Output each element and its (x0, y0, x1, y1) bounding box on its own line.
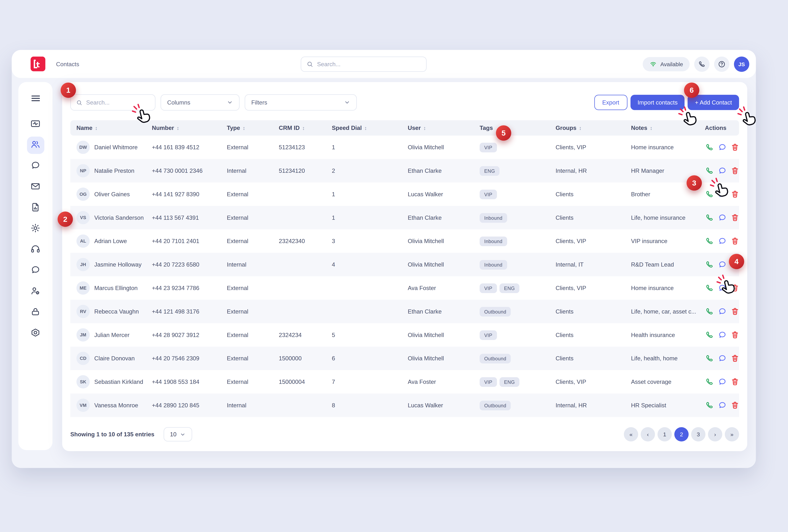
first-page-button[interactable]: « (624, 427, 638, 441)
sidebar-item-messages[interactable] (27, 262, 44, 279)
chat-button[interactable] (718, 236, 727, 245)
sidebar-item-security[interactable] (27, 304, 44, 321)
cell-name: VSVictoria Sanderson (70, 211, 146, 224)
sidebar-item-mail[interactable] (27, 178, 44, 196)
cell-notes: R&D Team Lead (625, 261, 699, 268)
table-header-row: Name↕Number↕Type↕CRM ID↕Speed Dial↕User↕… (70, 120, 739, 136)
call-button[interactable] (705, 166, 714, 175)
sidebar-item-user-management[interactable] (27, 283, 44, 300)
delete-button[interactable] (730, 143, 739, 152)
chat-button[interactable] (718, 166, 727, 175)
table-row[interactable]: JMJulian Mercer+44 28 9027 3912External2… (70, 323, 739, 347)
column-header-groups[interactable]: Groups↕ (549, 125, 625, 131)
last-page-button[interactable]: » (725, 427, 739, 441)
sidebar-item-integrations[interactable] (27, 324, 44, 342)
call-button[interactable] (705, 236, 714, 245)
page-button-1[interactable]: 1 (657, 427, 672, 441)
chat-button[interactable] (718, 283, 727, 292)
call-button[interactable] (705, 283, 714, 292)
chat-button[interactable] (718, 400, 727, 410)
table-row[interactable]: VSVictoria Sanderson+44 113 567 4391Exte… (70, 206, 739, 229)
page-size-select[interactable]: 10 (163, 427, 192, 441)
call-button[interactable] (705, 354, 714, 363)
global-search[interactable] (301, 56, 427, 72)
user-avatar[interactable]: JS (734, 56, 749, 72)
prev-page-button[interactable]: ‹ (641, 427, 655, 441)
dialer-button[interactable] (694, 56, 710, 72)
delete-button[interactable] (730, 354, 739, 363)
table-search-input[interactable] (86, 99, 150, 105)
global-search-input[interactable] (317, 61, 421, 67)
table-row[interactable]: JHJasmine Holloway+44 20 7223 6580Intern… (70, 253, 739, 276)
delete-button[interactable] (730, 283, 739, 292)
page-title: Contacts (56, 61, 79, 67)
filters-dropdown[interactable]: Filters (244, 94, 357, 111)
sidebar-item-reports[interactable] (27, 199, 44, 217)
delete-button[interactable] (730, 307, 739, 316)
table-row[interactable]: OGOliver Gaines+44 141 927 8390External1… (70, 182, 739, 206)
table-row[interactable]: CDClaire Donovan+44 20 7546 2309External… (70, 347, 739, 370)
sidebar-item-chats[interactable] (27, 157, 44, 175)
help-button[interactable] (714, 56, 729, 72)
page-button-3[interactable]: 3 (691, 427, 706, 441)
page-button-2[interactable]: 2 (674, 427, 689, 441)
delete-button[interactable] (730, 236, 739, 245)
delete-button[interactable] (730, 190, 739, 199)
column-header-crm-id[interactable]: CRM ID↕ (273, 125, 326, 131)
chat-button[interactable] (718, 190, 727, 199)
delete-button[interactable] (730, 400, 739, 410)
column-header-type[interactable]: Type↕ (221, 125, 273, 131)
chat-button[interactable] (718, 307, 727, 316)
columns-dropdown[interactable]: Columns (161, 94, 239, 111)
delete-button[interactable] (730, 166, 739, 175)
import-contacts-button[interactable]: Import contacts (630, 95, 685, 110)
table-search[interactable] (70, 94, 155, 111)
table-row[interactable]: MEMarcus Ellington+44 23 9234 7786Extern… (70, 276, 739, 300)
table-row[interactable]: DWDaniel Whitmore+44 161 839 4512Externa… (70, 136, 739, 159)
sidebar-item-support[interactable] (27, 241, 44, 258)
column-header-name[interactable]: Name↕ (70, 125, 146, 131)
wifi-icon (649, 60, 657, 68)
call-button[interactable] (705, 260, 714, 269)
chat-button[interactable] (718, 260, 727, 269)
next-page-button[interactable]: › (708, 427, 722, 441)
availability-status[interactable]: Available (643, 57, 690, 71)
column-header-number[interactable]: Number↕ (146, 125, 221, 131)
table-row[interactable]: NPNatalie Preston+44 730 0001 2346Intern… (70, 159, 739, 182)
delete-button[interactable] (730, 330, 739, 339)
chat-button[interactable] (718, 143, 727, 152)
menu-toggle[interactable] (27, 90, 44, 107)
table-row[interactable]: VMVanessa Monroe+44 2890 120 845Internal… (70, 393, 739, 417)
brand-logo-icon: t (31, 56, 45, 71)
cell-crm-id: 2324234 (273, 332, 326, 338)
cell-actions (699, 330, 739, 339)
call-button[interactable] (705, 143, 714, 152)
call-button[interactable] (705, 330, 714, 339)
sidebar-item-contacts[interactable] (27, 137, 44, 154)
call-button[interactable] (705, 400, 714, 410)
table-row[interactable]: SKSebastian Kirkland+44 1908 553 184Exte… (70, 370, 739, 393)
chat-button[interactable] (718, 377, 727, 386)
cell-tags: Outbound (474, 400, 550, 410)
cell-name: SKSebastian Kirkland (70, 375, 146, 388)
delete-button[interactable] (730, 377, 739, 386)
delete-button[interactable] (730, 213, 739, 222)
call-button[interactable] (705, 377, 714, 386)
sidebar-item-settings[interactable] (27, 220, 44, 237)
column-header-user[interactable]: User↕ (402, 125, 474, 131)
add-contact-button[interactable]: + Add Contact (688, 95, 739, 110)
table-row[interactable]: ALAdrian Lowe+44 20 7101 2401External232… (70, 229, 739, 253)
cell-actions (699, 307, 739, 316)
chat-button[interactable] (718, 354, 727, 363)
call-button[interactable] (705, 190, 714, 199)
sidebar-item-dashboard[interactable] (27, 116, 44, 133)
call-button[interactable] (705, 213, 714, 222)
call-button[interactable] (705, 307, 714, 316)
chat-button[interactable] (718, 330, 727, 339)
table-row[interactable]: RVRebecca Vaughn+44 121 498 3176External… (70, 300, 739, 323)
chat-button[interactable] (718, 213, 727, 222)
export-button[interactable]: Export (594, 95, 627, 110)
column-header-speed-dial[interactable]: Speed Dial↕ (326, 125, 402, 131)
chat-bubble-icon (718, 310, 727, 316)
column-header-notes[interactable]: Notes↕ (625, 125, 699, 131)
